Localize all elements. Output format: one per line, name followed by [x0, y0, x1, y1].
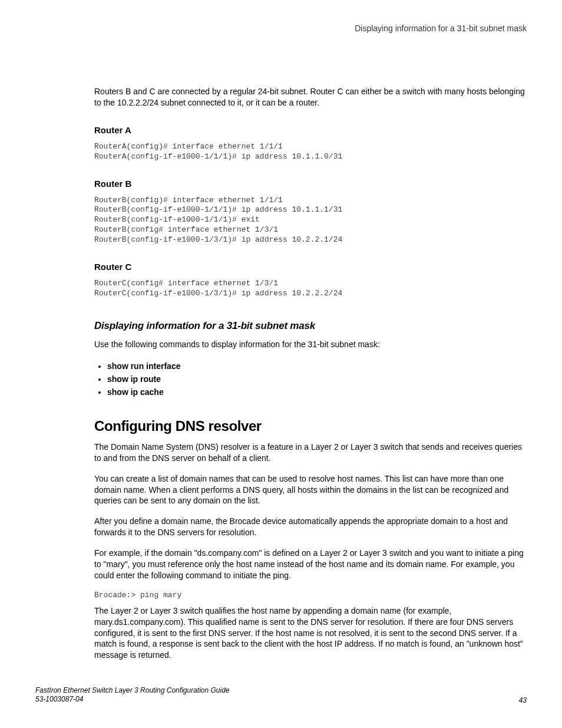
page-footer: FastIron Ethernet Switch Layer 3 Routing…	[35, 686, 527, 704]
running-header: Displaying information for a 31-bit subn…	[35, 24, 527, 33]
dns-paragraph-4: For example, if the domain "ds.company.c…	[94, 548, 527, 581]
dns-section-title: Configuring DNS resolver	[94, 418, 527, 434]
footer-doc-number: 53-1003087-04	[35, 695, 230, 704]
router-c-code: RouterC(config# interface ethernet 1/3/1…	[94, 279, 527, 299]
list-item: show run interface	[107, 360, 527, 373]
footer-page-number: 43	[519, 696, 527, 704]
router-a-heading: Router A	[94, 125, 527, 135]
command-text: show run interface	[107, 361, 180, 371]
intro-paragraph: Routers B and C are connected by a regul…	[94, 86, 527, 108]
router-b-code: RouterB(config)# interface ethernet 1/1/…	[94, 196, 527, 245]
footer-book-title: FastIron Ethernet Switch Layer 3 Routing…	[35, 686, 230, 696]
dns-paragraph-5: The Layer 2 or Layer 3 switch qualifies …	[94, 605, 527, 661]
displaying-section-intro: Use the following commands to display in…	[94, 339, 527, 350]
displaying-section-title: Displaying information for a 31-bit subn…	[94, 320, 527, 332]
dns-paragraph-1: The Domain Name System (DNS) resolver is…	[94, 442, 527, 464]
command-text: show ip cache	[107, 387, 164, 397]
list-item: show ip route	[107, 373, 527, 386]
dns-paragraph-2: You can create a list of domain names th…	[94, 473, 527, 507]
router-b-heading: Router B	[94, 179, 527, 189]
command-text: show ip route	[107, 374, 161, 384]
command-bullet-list: show run interface show ip route show ip…	[94, 360, 527, 399]
footer-left: FastIron Ethernet Switch Layer 3 Routing…	[35, 686, 230, 704]
dns-ping-code: Brocade:> ping mary	[94, 591, 527, 599]
router-a-code: RouterA(config)# interface ethernet 1/1/…	[94, 142, 527, 162]
list-item: show ip cache	[107, 386, 527, 398]
router-c-heading: Router C	[94, 262, 527, 272]
dns-paragraph-3: After you define a domain name, the Broc…	[94, 516, 527, 538]
